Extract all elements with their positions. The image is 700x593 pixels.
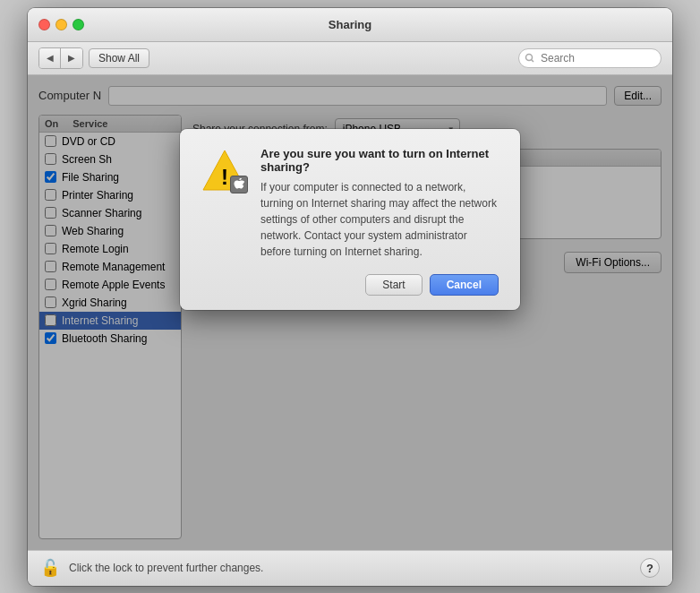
apple-logo-icon <box>234 178 244 191</box>
svg-text:!: ! <box>221 165 228 189</box>
cancel-button[interactable]: Cancel <box>430 274 499 296</box>
titlebar: Sharing <box>28 8 672 42</box>
maximize-button[interactable] <box>73 19 84 30</box>
footer: 🔓 Click the lock to prevent further chan… <box>28 550 672 586</box>
close-button[interactable] <box>38 19 50 30</box>
toolbar: ◀ ▶ Show All <box>28 42 672 75</box>
modal-title: Are you sure you want to turn on Interne… <box>260 147 499 174</box>
modal-overlay: ! Are you sure you want to turn on Inter… <box>28 75 672 550</box>
traffic-lights <box>38 19 84 30</box>
show-all-button[interactable]: Show All <box>89 48 149 68</box>
modal-header: ! Are you sure you want to turn on Inter… <box>201 147 499 260</box>
content-wrapper: Computer N Edit... On Service D <box>28 75 672 550</box>
modal-text-area: Are you sure you want to turn on Interne… <box>260 147 499 260</box>
modal-dialog: ! Are you sure you want to turn on Inter… <box>180 129 520 310</box>
modal-body: If your computer is connected to a netwo… <box>260 179 499 260</box>
nav-buttons: ◀ ▶ <box>38 47 83 69</box>
back-button[interactable]: ◀ <box>39 48 61 68</box>
window-title: Sharing <box>329 18 371 31</box>
forward-button[interactable]: ▶ <box>61 48 82 68</box>
footer-text: Click the lock to prevent further change… <box>69 562 263 574</box>
lock-icon[interactable]: 🔓 <box>40 558 60 578</box>
apple-badge-icon <box>230 176 248 193</box>
main-window: Sharing ◀ ▶ Show All Computer N Edit... <box>28 8 672 586</box>
warning-icon-container: ! <box>201 147 248 193</box>
start-button[interactable]: Start <box>365 274 422 296</box>
modal-buttons: Start Cancel <box>201 274 499 296</box>
search-input[interactable] <box>518 48 662 68</box>
minimize-button[interactable] <box>55 19 67 30</box>
help-button[interactable]: ? <box>640 558 660 578</box>
